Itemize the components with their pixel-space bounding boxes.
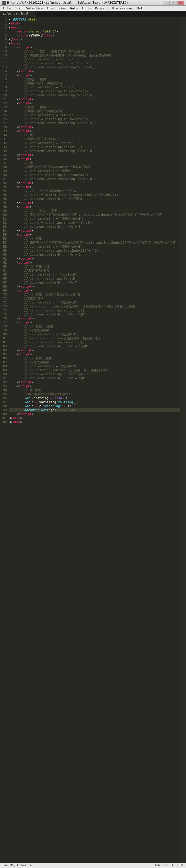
menu-project[interactable]: Project — [93, 6, 110, 10]
line-gutter[interactable]: 1234567891011121314151617181920212223242… — [0, 17, 9, 863]
menu-file[interactable]: File — [1, 6, 13, 10]
menu-tools[interactable]: Tools — [80, 6, 93, 10]
minimap[interactable] — [180, 17, 186, 863]
maximize-button[interactable]: □ — [170, 1, 177, 5]
menu-goto[interactable]: Goto — [68, 6, 80, 10]
app-icon — [2, 1, 6, 5]
status-syntax[interactable]: HTML — [178, 864, 184, 867]
status-position[interactable]: Line 99, Column 37 — [2, 864, 155, 867]
menu-find[interactable]: Find — [45, 6, 57, 10]
menu-edit[interactable]: Edit — [13, 6, 25, 10]
menu-view[interactable]: View — [57, 6, 68, 10]
window-title: H:\php\总结\20161123\zifuchuan.html - Subl… — [7, 1, 163, 5]
menubar: File Edit Selection Find View Goto Tools… — [0, 6, 186, 11]
tab-bar: zifuchuan.html × — [0, 11, 186, 17]
close-button[interactable]: × — [178, 1, 184, 5]
window-controls: _ □ × — [163, 1, 184, 5]
tab-zifuchuan[interactable]: zifuchuan.html × — [0, 11, 36, 17]
menu-preferences[interactable]: Preferences — [110, 6, 135, 10]
menu-selection[interactable]: Selection — [24, 6, 45, 10]
minimize-button[interactable]: _ — [163, 1, 170, 5]
status-tabsize[interactable]: Tab Size: 4 — [155, 864, 174, 867]
code-area[interactable]: <!DOCTYPE html><html><head> <meta charse… — [9, 17, 180, 863]
editor-area: 1234567891011121314151617181920212223242… — [0, 17, 186, 863]
menu-help[interactable]: Help — [135, 6, 146, 10]
tab-label: zifuchuan.html — [2, 12, 29, 16]
tab-close-icon[interactable]: × — [32, 12, 34, 15]
statusbar: Line 99, Column 37 Tab Size: 4 HTML — [0, 863, 186, 868]
window-titlebar: H:\php\总结\20161123\zifuchuan.html - Subl… — [0, 0, 186, 6]
